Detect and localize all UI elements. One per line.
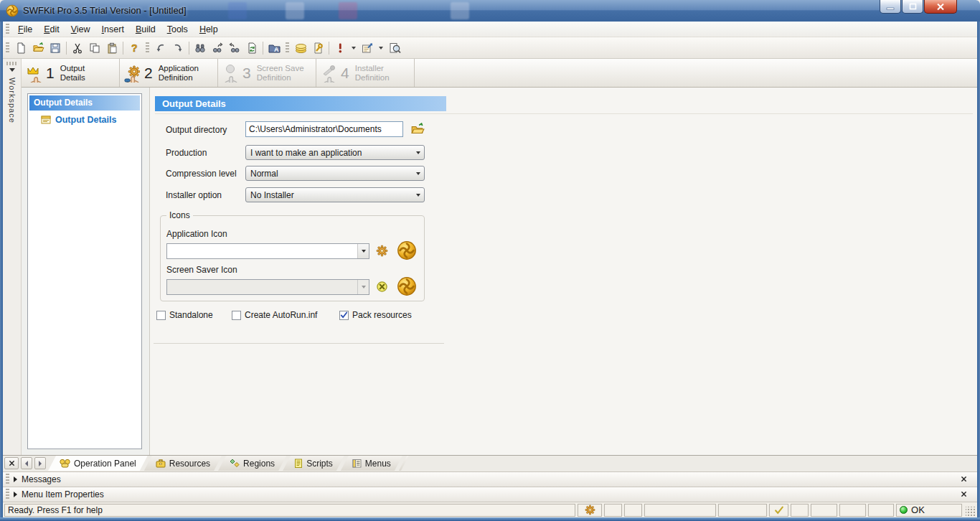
installer-option-select[interactable]: No Installer: [245, 187, 425, 202]
find-previous-button[interactable]: [226, 39, 243, 57]
preview-icon: [389, 42, 401, 54]
cut-button[interactable]: [69, 39, 86, 57]
close-messages-panel-button[interactable]: [961, 474, 967, 484]
title-bar[interactable]: SWFKit Pro 3.5 Trial Version - [Untitled…: [0, 0, 980, 22]
preview-button[interactable]: [386, 39, 403, 57]
step-screen-saver-definition[interactable]: 3 Screen SaveDefinition: [218, 59, 316, 87]
swfkit-logo-icon: [397, 276, 417, 296]
pack-resources-checkbox[interactable]: Pack resources: [339, 310, 412, 320]
replace-icon: [246, 42, 258, 54]
save-button[interactable]: [47, 39, 64, 57]
messages-panel-header[interactable]: Messages: [3, 471, 977, 487]
panel-label: Menu Item Properties: [22, 489, 104, 499]
publish-icon: [362, 42, 374, 54]
find-previous-icon: [229, 42, 240, 54]
wizard-step-bar: 1 OutputDetails 2 ApplicationDefinition …: [22, 59, 977, 88]
panel-grip: [6, 489, 9, 500]
hand-gear-icon: [123, 64, 140, 83]
tab-scripts[interactable]: Scripts: [283, 456, 344, 471]
output-directory-input[interactable]: [245, 121, 403, 137]
build-button[interactable]: [292, 39, 309, 57]
undo-button[interactable]: [152, 39, 169, 57]
menu-tools[interactable]: Tools: [161, 23, 194, 36]
close-tab-bar-button[interactable]: [4, 457, 19, 469]
publish-button[interactable]: [359, 39, 376, 57]
restore-button[interactable]: [902, 0, 923, 14]
help-button[interactable]: ?: [126, 39, 143, 57]
screen-saver-icon-select[interactable]: [166, 279, 369, 295]
workspace-label[interactable]: Workspace: [8, 78, 17, 123]
build-settings-button[interactable]: [309, 39, 326, 57]
scroll-tabs-right-button[interactable]: [34, 457, 46, 469]
standalone-checkbox[interactable]: Standalone: [156, 310, 213, 320]
screen-saver-icon-preview-button[interactable]: [397, 276, 417, 299]
application-window: SWFKit Pro 3.5 Trial Version - [Untitled…: [0, 0, 980, 521]
workspace-grip[interactable]: [6, 62, 18, 65]
workspace-panel-header[interactable]: Output Details: [29, 95, 140, 111]
workspace-menu-arrow-icon[interactable]: [9, 68, 15, 72]
menubar-grip[interactable]: [6, 24, 9, 35]
run-button[interactable]: [331, 39, 349, 57]
menu-view[interactable]: View: [65, 23, 96, 36]
close-icon: [961, 491, 967, 497]
application-icon-preview-button[interactable]: [397, 240, 417, 263]
sidebar-item-output-details[interactable]: Output Details: [29, 111, 140, 125]
swfkit-logo-icon: [397, 240, 417, 260]
menu-item-properties-panel-header[interactable]: Menu Item Properties: [3, 487, 977, 502]
close-menu-item-properties-panel-button[interactable]: [961, 489, 967, 499]
open-file-button[interactable]: [29, 39, 47, 57]
create-autorun-checkbox[interactable]: Create AutoRun.inf: [232, 310, 317, 320]
tab-resources[interactable]: Resources: [144, 456, 222, 471]
publish-dropdown-arrow[interactable]: [379, 47, 383, 50]
find-button[interactable]: [192, 39, 209, 57]
build-icon: [295, 42, 307, 54]
production-select[interactable]: I want to make an application: [245, 145, 425, 160]
screen-saver-icon-settings-button[interactable]: [376, 281, 388, 295]
new-document-icon: [15, 42, 27, 54]
minimize-button[interactable]: [880, 0, 901, 14]
application-icon-settings-button[interactable]: [376, 245, 388, 259]
toolbar-grip[interactable]: [286, 42, 289, 54]
run-dropdown-arrow[interactable]: [352, 47, 356, 50]
fonts-button[interactable]: A: [265, 39, 283, 57]
tab-menus[interactable]: Menus: [341, 456, 402, 471]
step-installer-definition[interactable]: 4 InstallerDefinition: [316, 59, 415, 87]
menu-help[interactable]: Help: [194, 23, 224, 36]
application-icon-select[interactable]: [166, 243, 369, 259]
toolbar-grip[interactable]: [146, 42, 149, 54]
compression-level-label: Compression level: [166, 169, 237, 179]
hand-dart-icon: [319, 64, 336, 83]
menu-file[interactable]: File: [12, 23, 38, 36]
tab-operation-panel[interactable]: Operation Panel: [48, 456, 148, 471]
menu-build[interactable]: Build: [130, 23, 161, 36]
checkbox-box: [156, 311, 166, 320]
new-document-button[interactable]: [12, 39, 29, 57]
find-next-button[interactable]: [209, 39, 226, 57]
menu-insert[interactable]: Insert: [96, 23, 130, 36]
step-output-details[interactable]: 1 OutputDetails: [22, 59, 120, 87]
replace-button[interactable]: [243, 39, 260, 57]
menu-edit[interactable]: Edit: [38, 23, 65, 36]
toolbar-grip[interactable]: [6, 42, 9, 54]
panel-label: Messages: [22, 474, 61, 484]
help-icon: ?: [128, 42, 140, 54]
page-title: Output Details: [155, 96, 446, 111]
menu-bar: File Edit View Insert Build Tools Help: [3, 22, 977, 37]
copy-button[interactable]: [86, 39, 103, 57]
tab-regions[interactable]: Regions: [218, 456, 286, 471]
screen-saver-icon-label: Screen Saver Icon: [166, 265, 237, 275]
compression-level-select[interactable]: Normal: [245, 166, 425, 181]
scroll-tabs-left-button[interactable]: [21, 457, 32, 469]
open-folder-icon: [410, 123, 425, 136]
find-next-icon: [212, 42, 223, 54]
close-icon: [936, 3, 945, 11]
fonts-icon: A: [268, 42, 281, 54]
redo-button[interactable]: [169, 39, 187, 57]
step-application-definition[interactable]: 2 ApplicationDefinition: [120, 59, 218, 87]
close-button[interactable]: [924, 0, 957, 14]
checkbox-box: [339, 311, 349, 320]
divider: [155, 113, 973, 114]
resize-grip[interactable]: [966, 507, 976, 517]
paste-button[interactable]: [103, 39, 121, 57]
browse-output-directory-button[interactable]: [409, 121, 426, 138]
